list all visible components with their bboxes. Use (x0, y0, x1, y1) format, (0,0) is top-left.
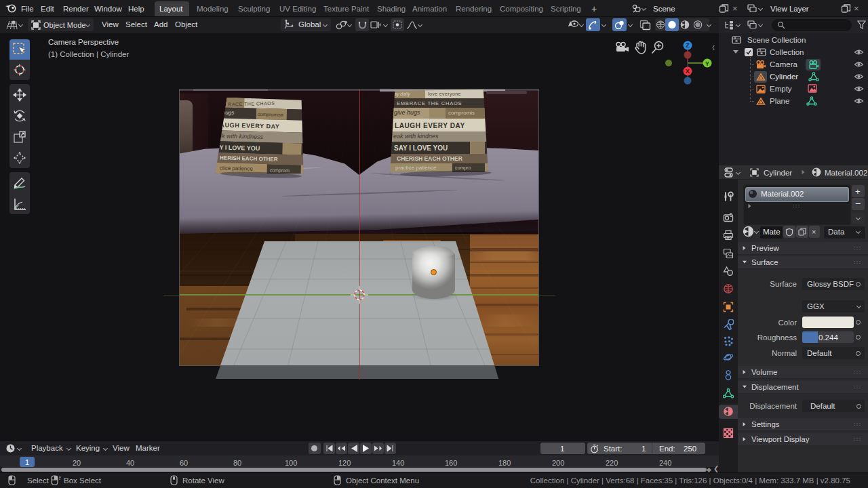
svg-text:Z: Z (686, 41, 690, 49)
svg-text:X: X (686, 67, 690, 75)
svg-text:Y: Y (705, 60, 710, 67)
